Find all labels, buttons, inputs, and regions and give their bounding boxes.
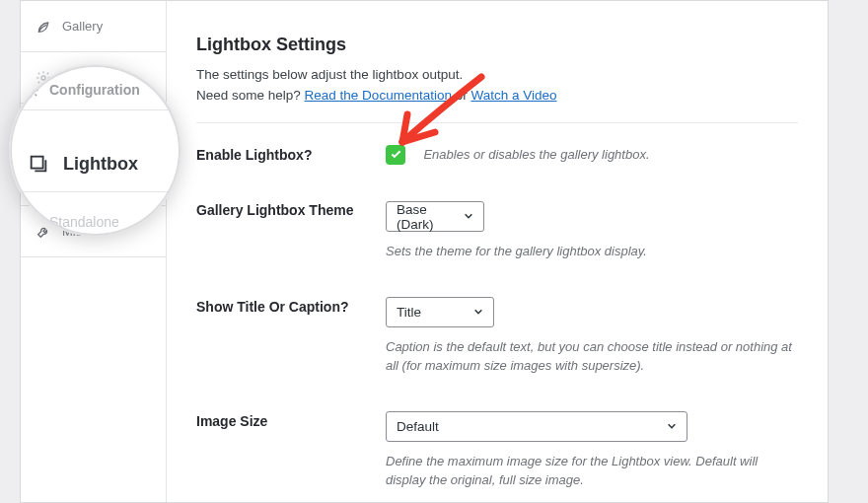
select-value: Default	[397, 419, 439, 434]
chevron-down-icon	[473, 305, 483, 320]
setting-enable-lightbox: Enable Lightbox? Enables or disables the…	[196, 145, 798, 165]
setting-lightbox-theme: Gallery Lightbox Theme Base (Dark) Sets …	[196, 200, 798, 261]
theme-select[interactable]: Base (Dark)	[386, 201, 484, 232]
chevron-down-icon	[667, 419, 677, 434]
sidebar-item-gallery[interactable]: Gallery	[21, 1, 166, 52]
page-title: Lightbox Settings	[196, 35, 798, 55]
intro-help-prefix: Need some help?	[196, 88, 305, 103]
settings-content: Lightbox Settings The settings below adj…	[167, 1, 828, 502]
setting-desc: Define the maximum image size for the Li…	[386, 452, 798, 490]
video-link[interactable]: Watch a Video	[470, 88, 556, 103]
leaf-icon	[35, 18, 52, 36]
select-value: Title	[397, 305, 421, 320]
sidebar-item-label: Gallery	[62, 19, 103, 34]
intro-sep: or	[452, 88, 471, 103]
setting-label: Show Title Or Caption?	[196, 297, 386, 376]
select-value: Base (Dark)	[397, 202, 454, 232]
intro-subtitle: The settings below adjust the lightbox o…	[196, 67, 463, 82]
wrench-icon	[35, 223, 52, 241]
image-size-select[interactable]: Default	[386, 411, 687, 442]
setting-desc: Enables or disables the gallery lightbox…	[423, 147, 649, 162]
enable-lightbox-checkbox[interactable]	[386, 145, 405, 165]
setting-image-size: Image Size Default Define the maximum im…	[196, 411, 798, 490]
zoom-callout: Configuration Lightbox Standalone	[9, 64, 181, 237]
setting-title-or-caption: Show Title Or Caption? Title Caption is …	[196, 297, 798, 376]
title-caption-select[interactable]: Title	[386, 297, 494, 327]
page-intro: The settings below adjust the lightbox o…	[196, 65, 798, 107]
divider	[196, 122, 798, 123]
setting-label: Enable Lightbox?	[196, 145, 386, 165]
setting-label: Image Size	[196, 411, 386, 490]
setting-desc: Sets the theme for the gallery lightbox …	[386, 242, 798, 261]
setting-label: Gallery Lightbox Theme	[196, 200, 386, 261]
setting-desc: Caption is the default text, but you can…	[386, 337, 798, 376]
doc-link[interactable]: Read the Documentation	[305, 88, 452, 103]
chevron-down-icon	[464, 209, 473, 224]
